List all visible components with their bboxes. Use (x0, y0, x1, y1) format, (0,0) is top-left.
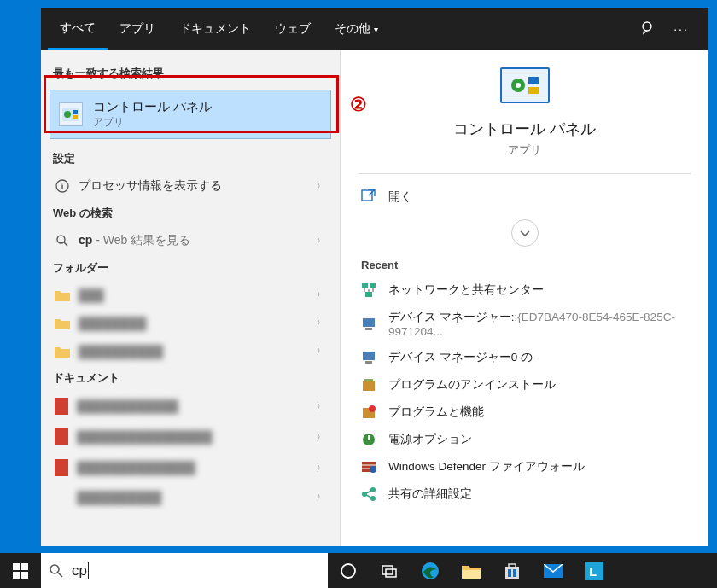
document-result-1[interactable]: ████████████ 〉 (50, 391, 331, 422)
tab-documents[interactable]: ドキュメント (167, 8, 263, 50)
svg-rect-6 (61, 185, 62, 189)
recent-item-device-manager-guid[interactable]: デバイス マネージャー::{ED7BA470-8E54-465E-825C-99… (341, 304, 708, 344)
start-button[interactable] (0, 553, 41, 588)
chevron-right-icon: 〉 (316, 344, 326, 358)
search-icon (55, 233, 70, 248)
document-icon (55, 428, 68, 445)
tab-documents-label: ドキュメント (179, 21, 251, 37)
preview-title: コントロール パネル (341, 119, 708, 139)
svg-rect-39 (21, 563, 28, 570)
ellipsis-icon[interactable]: ··· (673, 20, 690, 38)
svg-rect-48 (462, 570, 481, 579)
svg-point-35 (362, 492, 367, 497)
recent-item-defender-firewall[interactable]: Windows Defender ファイアウォール (341, 453, 708, 480)
best-match-control-panel[interactable]: コントロール パネル アプリ (50, 90, 331, 139)
recent-label: デバイス マネージャー::{ED7BA470-8E54-465E-825C-99… (388, 310, 688, 338)
control-panel-large-icon (500, 67, 550, 103)
edge-icon[interactable] (410, 553, 451, 588)
svg-point-2 (64, 111, 71, 118)
mail-icon[interactable] (533, 553, 574, 588)
open-action[interactable]: 開く (341, 174, 708, 219)
best-match-subtitle: アプリ (93, 115, 212, 130)
annotation-number-2: ② (350, 94, 367, 116)
chevron-right-icon: 〉 (316, 288, 326, 302)
svg-point-37 (370, 496, 376, 501)
svg-rect-11 (55, 428, 68, 445)
chevron-right-icon: 〉 (316, 179, 326, 194)
folder-result-2[interactable]: ████████ 〉 (50, 309, 331, 337)
folder-result-3[interactable]: ██████████ 〉 (50, 337, 331, 365)
recent-item-programs-features[interactable]: プログラムと機能 (341, 399, 708, 426)
power-icon (361, 432, 376, 447)
recent-item-device-manager-0[interactable]: デバイス マネージャー0 の - (341, 344, 708, 371)
task-view-icon[interactable] (369, 553, 410, 588)
folder-icon (55, 317, 70, 329)
recent-header: Recent (341, 247, 708, 277)
svg-point-29 (369, 405, 376, 412)
tab-web[interactable]: ウェブ (263, 8, 323, 50)
store-icon[interactable] (492, 553, 533, 588)
folder-label-blurred: ████████ (79, 317, 146, 330)
svg-rect-21 (365, 292, 372, 297)
app-l-icon[interactable]: L (574, 553, 615, 588)
recent-item-network[interactable]: ネットワークと共有センター (341, 277, 708, 304)
svg-rect-16 (528, 77, 539, 84)
web-search-header: Web の検索 (50, 201, 331, 226)
recent-label: 電源オプション (388, 432, 472, 447)
feedback-icon[interactable] (640, 20, 657, 38)
recent-label: 共有の詳細設定 (388, 486, 472, 502)
svg-rect-22 (363, 318, 375, 327)
file-explorer-icon[interactable] (451, 553, 492, 588)
svg-point-34 (370, 466, 376, 473)
settings-header: 設定 (50, 146, 331, 172)
document-result-2[interactable]: ████████████████ 〉 (50, 422, 331, 452)
svg-rect-45 (382, 566, 393, 574)
svg-rect-17 (528, 87, 539, 94)
cortana-icon[interactable] (328, 553, 369, 588)
svg-rect-25 (365, 361, 372, 364)
device-manager-icon (361, 317, 376, 332)
taskbar-search-box[interactable]: cp (41, 553, 328, 588)
preview-subtitle: アプリ (341, 143, 708, 158)
search-results-left: 最も一致する検索結果 コントロール パネル アプリ 設定 プロセッサ情報を表示す… (41, 50, 340, 546)
svg-rect-40 (13, 572, 20, 579)
folders-header: フォルダー (50, 255, 331, 281)
chevron-right-icon: 〉 (316, 430, 326, 445)
svg-rect-38 (13, 563, 20, 570)
svg-rect-52 (513, 569, 516, 573)
chevron-right-icon: 〉 (316, 399, 326, 414)
firewall-icon (361, 459, 376, 474)
document-result-4[interactable]: ██████████ 〉 (50, 483, 331, 511)
tab-apps[interactable]: アプリ (108, 8, 167, 50)
tab-web-label: ウェブ (275, 21, 311, 37)
svg-rect-23 (365, 328, 372, 330)
svg-rect-46 (386, 569, 396, 577)
document-result-3[interactable]: ██████████████ 〉 (50, 452, 331, 483)
recent-label: Windows Defender ファイアウォール (388, 459, 585, 474)
tab-apps-label: アプリ (120, 21, 155, 37)
start-search-panel: すべて アプリ ドキュメント ウェブ その他▾ ··· 最も一致する検索結果 コ… (41, 8, 708, 546)
document-label-blurred: ████████████████ (77, 430, 213, 444)
svg-line-9 (64, 242, 67, 246)
web-search-item[interactable]: cp - Web 結果を見る 〉 (50, 226, 331, 255)
recent-item-uninstall[interactable]: プログラムのアンインストール (341, 371, 708, 399)
svg-rect-24 (363, 352, 375, 360)
chevron-right-icon: 〉 (316, 490, 326, 504)
recent-item-power-options[interactable]: 電源オプション (341, 426, 708, 453)
svg-rect-18 (362, 190, 372, 201)
recent-item-advanced-sharing[interactable]: 共有の詳細設定 (341, 480, 708, 508)
device-manager-icon (361, 350, 376, 365)
expand-button[interactable] (511, 219, 539, 247)
document-icon (55, 459, 68, 476)
svg-rect-10 (55, 398, 68, 415)
tab-more[interactable]: その他▾ (323, 8, 390, 50)
settings-item-processor-info[interactable]: プロセッサ情報を表示する 〉 (50, 172, 331, 201)
tab-all[interactable]: すべて (48, 8, 108, 50)
recent-label: プログラムと機能 (388, 405, 484, 420)
chevron-right-icon: 〉 (316, 234, 326, 248)
folder-result-1[interactable]: ███ 〉 (50, 281, 331, 309)
svg-rect-50 (509, 564, 516, 568)
best-match-title: コントロール パネル (93, 99, 212, 115)
folder-label-blurred: ██████████ (79, 345, 163, 358)
chevron-right-icon: 〉 (316, 461, 326, 475)
